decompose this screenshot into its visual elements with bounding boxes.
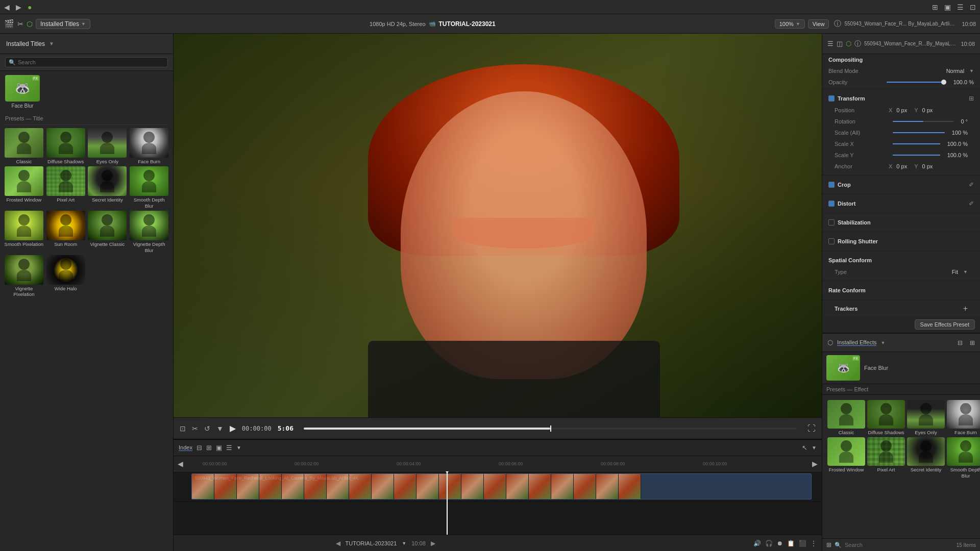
nav-next-icon[interactable]: ▶: [431, 540, 435, 547]
timeline-clip-icon[interactable]: 📋: [787, 540, 795, 547]
position-x-value[interactable]: 0 px: [896, 107, 907, 113]
fullscreen-button[interactable]: ⛶: [807, 424, 816, 433]
timeline-headphone-icon[interactable]: 🎧: [765, 540, 773, 547]
effects-preset-item-smooth[interactable]: Smooth Depth Blur: [947, 437, 980, 479]
effects-icon-1[interactable]: ⊟: [958, 339, 963, 346]
inspector-tab-2[interactable]: ◫: [837, 40, 843, 47]
left-preset-item-classic[interactable]: Classic: [4, 128, 44, 164]
effects-search-input[interactable]: [845, 542, 953, 548]
left-preset-item-widehalo[interactable]: Wide Halo: [46, 255, 86, 297]
effects-grid-view-icon[interactable]: ⊞: [826, 541, 831, 548]
top-right-icon-3[interactable]: ☰: [957, 3, 964, 11]
effects-preset-item-eyes[interactable]: Eyes Only: [907, 400, 945, 435]
left-preset-item-diffuse[interactable]: Diffuse Shadows: [46, 128, 86, 164]
blade-icon[interactable]: ⊞: [206, 444, 212, 452]
forward-icon[interactable]: ▶: [16, 3, 21, 11]
app-icon-share[interactable]: ⬡: [27, 20, 33, 28]
left-preset-item-pixel[interactable]: Pixel Art: [46, 166, 86, 209]
loop-icon[interactable]: ↺: [204, 424, 210, 433]
distort-checkbox[interactable]: [828, 201, 835, 207]
top-right-icon-1[interactable]: ⊞: [932, 3, 938, 11]
chevron-arrangement-icon[interactable]: ▼: [236, 445, 241, 450]
left-preset-item-vigpix[interactable]: Vignette Pixelation: [4, 255, 44, 297]
rotation-slider[interactable]: [893, 121, 953, 122]
tool-chevron-icon[interactable]: ▼: [812, 445, 817, 450]
scale-y-slider[interactable]: [893, 155, 940, 156]
save-effects-preset-button[interactable]: Save Effects Preset: [915, 319, 975, 330]
opacity-slider[interactable]: [887, 82, 946, 83]
rolling-shutter-checkbox[interactable]: [828, 238, 835, 244]
clip-icon[interactable]: ⊟: [197, 444, 202, 452]
select-tool-icon[interactable]: ↖: [802, 444, 807, 452]
prev-nav-icon[interactable]: ◀: [178, 460, 183, 468]
left-preset-item-vigdepth[interactable]: Vignette Depth Blur: [129, 211, 169, 253]
arrangement-icon[interactable]: ☰: [226, 444, 232, 452]
play-button[interactable]: ▶: [230, 423, 236, 433]
left-preset-item-sunroom[interactable]: Sun Room: [46, 211, 86, 253]
top-right-icon-2[interactable]: ▣: [944, 3, 951, 11]
blend-mode-value[interactable]: Normal: [946, 68, 964, 74]
top-right-icon-4[interactable]: ⊡: [970, 3, 976, 11]
inspector-tab-3[interactable]: ⬡: [846, 40, 851, 47]
left-search-input[interactable]: [5, 57, 168, 67]
app-icon-edit[interactable]: ✂: [17, 20, 23, 28]
left-preset-item-smoothpix[interactable]: Smooth Pixelation: [4, 211, 44, 253]
audio-icon[interactable]: ▼: [216, 424, 224, 433]
effects-preset-item-diffuse[interactable]: Diffuse Shadows: [867, 400, 905, 435]
timeline-audio-icon[interactable]: 🔊: [753, 540, 761, 547]
rate-conform-title[interactable]: Rate Conform: [828, 284, 974, 296]
inspector-tab-4[interactable]: ⓘ: [854, 39, 861, 48]
timeline-more-icon[interactable]: ⋮: [811, 540, 817, 547]
scale-all-slider[interactable]: [893, 132, 945, 133]
transform-checkbox[interactable]: [828, 95, 835, 102]
spatial-conform-title[interactable]: Spatial Conform: [828, 254, 974, 266]
distort-title[interactable]: Distort ✐: [828, 197, 974, 210]
installed-titles-btn[interactable]: Installed Titles ▼: [36, 19, 90, 29]
left-preset-item-vigclassic[interactable]: Vignette Classic: [88, 211, 128, 253]
effects-icon-2[interactable]: ⊞: [970, 339, 975, 346]
stabilization-checkbox[interactable]: [828, 219, 835, 226]
nav-chevron-icon[interactable]: ▼: [402, 541, 406, 546]
crop-title[interactable]: Crop ✐: [828, 179, 974, 191]
inspector-tab-1[interactable]: ☰: [827, 40, 834, 47]
transform-title[interactable]: Transform ⊞: [828, 92, 974, 105]
crop-checkbox[interactable]: [828, 182, 835, 188]
effects-preset-item-faceburn[interactable]: Face Burn: [947, 400, 980, 435]
effects-chevron-icon[interactable]: ▼: [880, 340, 885, 345]
effects-filter-icon[interactable]: ⬡: [827, 339, 833, 346]
snap-icon[interactable]: ▣: [216, 444, 222, 452]
effects-preset-item-classic[interactable]: Classic: [827, 400, 865, 435]
left-preset-item-eyes[interactable]: Eyes Only: [88, 128, 128, 164]
effects-preset-item-frosted[interactable]: Frosted Window: [827, 437, 865, 479]
anchor-x-value[interactable]: 0 px: [896, 163, 907, 169]
stabilization-title[interactable]: Stabilization: [828, 216, 974, 229]
nav-prev-icon[interactable]: ◀: [336, 540, 340, 547]
next-nav-icon[interactable]: ▶: [812, 460, 818, 468]
index-label[interactable]: Index: [179, 444, 192, 451]
left-preset-item-smooth[interactable]: Smooth Depth Blur: [129, 166, 169, 209]
position-y-value[interactable]: 0 px: [922, 107, 933, 113]
trim-icon[interactable]: ✂: [192, 424, 198, 433]
inspector-icon[interactable]: ⓘ: [834, 19, 841, 29]
playhead[interactable]: [447, 471, 448, 535]
left-preset-item-frosted[interactable]: Frosted Window: [4, 166, 44, 209]
back-icon[interactable]: ◀: [4, 3, 10, 11]
timeline-share-icon[interactable]: ⬛: [799, 540, 806, 547]
blend-mode-chevron-icon[interactable]: ▼: [969, 68, 974, 73]
timeline-record-icon[interactable]: ⏺: [777, 540, 783, 547]
left-preset-item-secret[interactable]: Secret Identity: [88, 166, 128, 209]
zoom-btn[interactable]: 100% ▼: [775, 19, 805, 29]
spatial-type-value[interactable]: Fit: [952, 269, 958, 275]
effects-face-blur-item[interactable]: 🦝 FX Face Blur: [826, 355, 976, 381]
anchor-y-value[interactable]: 0 px: [922, 163, 933, 169]
scale-x-slider[interactable]: [893, 143, 940, 144]
trackers-add-icon[interactable]: +: [963, 304, 968, 313]
left-preset-item-faceburn[interactable]: Face Burn: [129, 128, 169, 164]
effects-preset-item-secret[interactable]: Secret Identity: [907, 437, 945, 479]
spatial-type-chevron-icon[interactable]: ▼: [963, 269, 968, 274]
transform-icon[interactable]: ⊡: [180, 424, 186, 433]
view-btn[interactable]: View: [808, 19, 829, 29]
rolling-shutter-title[interactable]: Rolling Shutter: [828, 235, 974, 247]
effects-preset-item-pixel[interactable]: Pixel Art: [867, 437, 905, 479]
app-icon-library[interactable]: 🎬: [4, 19, 14, 29]
